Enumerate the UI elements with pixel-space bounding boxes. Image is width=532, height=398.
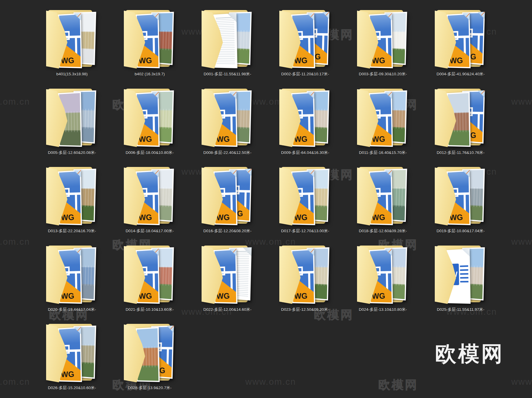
folder-label: D009-多层-64.04&16.30米-	[266, 150, 344, 155]
folder-icon[interactable]: WG W WG	[46, 8, 98, 70]
folder-icon[interactable]: WG W WG	[46, 322, 98, 384]
folder-icon[interactable]: WG W WG	[46, 165, 98, 227]
folder-icon[interactable]: WG W WG	[435, 8, 486, 70]
folder-label: b401(15.3x18.98)	[33, 72, 111, 77]
folder-label: D026-多层-15.20&10.60米-	[33, 385, 111, 390]
folder-item-D003[interactable]: WG W WG	[344, 8, 422, 77]
folder-label: D016-多层-12.20&08.20米-	[189, 228, 266, 233]
folder-label: b402 (16.3x19.7)	[111, 72, 189, 77]
folder-label: D021-多层-10.10&13.60米-	[111, 307, 189, 312]
folder-item-b402[interactable]: WG W WG	[111, 8, 189, 77]
folder-icon[interactable]: WG W WG	[124, 322, 176, 384]
folder-item-D016[interactable]: WG W WG	[189, 165, 266, 233]
folder-label: D014-多层-18.04&17.00米-	[111, 228, 189, 233]
folder-icon[interactable]: WG W WG	[124, 244, 176, 305]
folder-item-D012[interactable]: WG W WG	[422, 87, 499, 155]
folder-icon[interactable]: WG W WG	[357, 8, 409, 70]
folder-icon[interactable]: WG W WG	[435, 244, 486, 305]
folder-icon[interactable]: WG W WG	[279, 244, 331, 305]
folder-label: D003-多层-09.30&10.20米-	[344, 72, 422, 77]
folder-item-D004[interactable]: WG W WG	[422, 8, 499, 77]
folder-label: D004-多层-41.90&24.40米-	[422, 72, 499, 77]
folder-item-D001[interactable]: WG W WG	[189, 8, 266, 77]
folder-icon[interactable]: WG W WG	[46, 87, 98, 148]
folder-item-D006[interactable]: WG W WG	[111, 87, 189, 155]
folder-icon[interactable]: WG W WG	[124, 87, 176, 148]
folder-item-b401[interactable]: WG W WG	[33, 8, 111, 77]
folder-icon[interactable]: WG W WG	[279, 8, 331, 70]
folder-item-D017[interactable]: WG W WG	[266, 165, 344, 233]
folder-icon[interactable]: WG W WG	[202, 8, 253, 70]
folder-icon[interactable]: WG W WG	[435, 87, 486, 148]
folder-label: D017-多层-12.70&13.00米-	[266, 228, 344, 233]
folder-icon[interactable]: WG W WG	[435, 165, 486, 227]
folder-icon[interactable]: WG W WG	[124, 8, 176, 70]
folder-label: D005-多层-12.60&20.08米-	[33, 150, 111, 155]
folder-icon[interactable]: WG W WG	[279, 165, 331, 227]
folder-item-D013[interactable]: WG W WG	[33, 165, 111, 233]
folder-grid: WG W WG	[0, 0, 532, 398]
folder-label: D022-多层-12.00&14.60米-	[189, 307, 266, 312]
folder-item-D018[interactable]: WG W WG	[344, 165, 422, 233]
folder-item-D028[interactable]: WG W WG	[111, 322, 189, 390]
folder-label: D008-多层-22.40&12.50米-	[189, 150, 266, 155]
folder-item-D011[interactable]: WG W WG	[344, 87, 422, 155]
folder-icon[interactable]: WG W WG	[279, 87, 331, 148]
folder-icon[interactable]: WG W WG	[202, 244, 253, 305]
folder-item-D014[interactable]: WG W WG	[111, 165, 189, 233]
folder-icon[interactable]: WG W WG	[46, 244, 98, 305]
folder-item-D020[interactable]: WG W WG	[33, 244, 111, 312]
folder-label: D023-多层-12.50&09.20米-	[266, 307, 344, 312]
folder-label: D019-多层-10.80&17.04米-	[422, 228, 499, 233]
folder-label: D024-多层-13.10&10.80米-	[344, 307, 422, 312]
folder-label: D028-多层-13.9&20.7米-	[111, 385, 189, 390]
folder-item-D008[interactable]: WG W WG	[189, 87, 266, 155]
folder-icon[interactable]: WG W WG	[357, 87, 409, 148]
folder-label: D001-多层-11.55&11.98米-	[189, 72, 266, 77]
folder-item-D002[interactable]: WG W WG	[266, 8, 344, 77]
folder-item-D023[interactable]: WG W WG	[266, 244, 344, 312]
file-explorer-view: 欧模网www.om.cn欧模网www.om.cnwww.om.cn欧模网www.…	[0, 0, 532, 398]
folder-label: D013-多层-22.20&16.70米-	[33, 228, 111, 233]
folder-label: D012-多层-11.76&10.76米-	[422, 150, 499, 155]
folder-label: D006-多层-18.00&10.80米-	[111, 150, 189, 155]
folder-item-D025[interactable]: WG W WG	[422, 244, 499, 312]
folder-label: D020-多层-19.44&17.04米-	[33, 307, 111, 312]
folder-icon[interactable]: WG W WG	[202, 87, 253, 148]
folder-item-D026[interactable]: WG W WG	[33, 322, 111, 390]
folder-icon[interactable]: WG W WG	[357, 165, 409, 227]
site-logo: 欧模网	[435, 340, 504, 368]
folder-label: D018-多层-12.60&09.28米-	[344, 228, 422, 233]
folder-icon[interactable]: WG W WG	[202, 165, 253, 227]
folder-icon[interactable]: WG W WG	[124, 165, 176, 227]
folder-item-D021[interactable]: WG W WG	[111, 244, 189, 312]
folder-label: D025-多层-11.55&11.97米-	[422, 307, 499, 312]
folder-icon[interactable]: WG W WG	[357, 244, 409, 305]
folder-label: D002-多层-11.20&10.17米-	[266, 72, 344, 77]
folder-item-D024[interactable]: WG W WG	[344, 244, 422, 312]
folder-item-D022[interactable]: WG W WG	[189, 244, 266, 312]
folder-label: D011-多层-16.40&15.70米-	[344, 150, 422, 155]
folder-item-D019[interactable]: WG W WG	[422, 165, 499, 233]
folder-item-D009[interactable]: WG W WG	[266, 87, 344, 155]
folder-item-D005[interactable]: WG W WG	[33, 87, 111, 155]
